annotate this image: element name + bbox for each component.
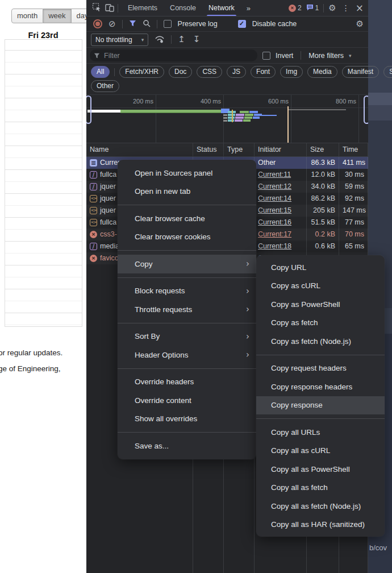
menu-separator — [118, 277, 256, 278]
request-time: 77 ms — [339, 217, 368, 229]
submenu-item-copy-as-curl[interactable]: Copy as cURL — [256, 277, 385, 296]
settings-gear-icon[interactable]: ⚙ — [328, 4, 336, 13]
menu-item-clear-browser-cookies[interactable]: Clear browser cookies — [118, 228, 256, 247]
calendar-view-month-button[interactable]: month — [11, 9, 43, 23]
menu-item-throttle-requests[interactable]: Throttle requests› — [118, 300, 256, 319]
submenu-item-copy-request-headers[interactable]: Copy request headers — [256, 359, 385, 378]
menu-item-header-options[interactable]: Header Options› — [118, 346, 256, 364]
overview-left-handle[interactable] — [86, 96, 91, 124]
network-conditions-row: No throttling ▾ ↥ ↧ — [86, 32, 368, 48]
more-tabs-icon[interactable]: » — [244, 4, 253, 13]
menu-item-block-requests[interactable]: Block requests› — [118, 282, 256, 301]
menu-item-label: Copy response — [271, 401, 323, 409]
submenu-item-copy-all-urls[interactable]: Copy all URLs — [256, 423, 385, 442]
request-size: 51.5 kB — [307, 217, 339, 229]
type-filter-css[interactable]: CSS — [197, 66, 222, 78]
device-toolbar-icon[interactable] — [105, 3, 114, 13]
menu-item-sort-by[interactable]: Sort By› — [118, 327, 256, 346]
request-size: 0.2 kB — [307, 229, 339, 240]
record-network-log-icon[interactable] — [93, 19, 102, 28]
disable-cache-checkbox[interactable] — [238, 20, 246, 28]
filter-input[interactable]: Filter — [90, 49, 257, 61]
menu-item-open-in-new-tab[interactable]: Open in new tab — [118, 182, 256, 201]
more-filters-button[interactable]: More filters — [308, 52, 344, 60]
column-header-name[interactable]: Name — [86, 143, 193, 156]
submenu-item-copy-all-as-powershell[interactable]: Copy all as PowerShell — [256, 460, 385, 479]
calendar-grid[interactable] — [5, 39, 82, 327]
disable-cache-label[interactable]: Disable cache — [252, 20, 297, 28]
column-header-size[interactable]: Size — [307, 143, 339, 156]
type-filter-socket[interactable]: Socket — [383, 66, 392, 78]
type-filter-font[interactable]: Font — [251, 66, 276, 78]
menu-item-label: Show all overrides — [135, 414, 197, 423]
submenu-item-copy-all-as-fetch-node-js[interactable]: Copy all as fetch (Node.js) — [256, 497, 385, 516]
tab-elements[interactable]: Elements — [122, 0, 164, 16]
menu-item-label: Copy all as fetch (Node.js) — [271, 502, 361, 510]
close-devtools-icon[interactable]: × — [356, 3, 364, 13]
column-header-initiator[interactable]: Initiator — [255, 143, 307, 156]
submenu-item-copy-url[interactable]: Copy URL — [256, 258, 385, 277]
calendar-page: monthweekday Fri 23rd or regular updates… — [0, 0, 86, 573]
issues-icon[interactable] — [306, 4, 314, 12]
submenu-item-copy-all-as-har-sanitized[interactable]: Copy all as HAR (sanitized) — [256, 516, 385, 534]
submenu-item-copy-as-fetch-node-js[interactable]: Copy as fetch (Node.js) — [256, 332, 385, 351]
inspect-element-icon[interactable] — [92, 3, 102, 13]
network-overview-timeline[interactable]: 200 ms400 ms600 ms800 ms — [86, 95, 368, 143]
search-icon[interactable] — [143, 19, 151, 28]
menu-item-override-content[interactable]: Override content — [118, 391, 256, 410]
error-badge-icon[interactable]: × — [289, 5, 296, 12]
submenu-item-copy-as-fetch[interactable]: Copy as fetch — [256, 314, 385, 333]
type-filter-fetch-xhr[interactable]: Fetch/XHR — [119, 66, 164, 78]
waterfall-bar — [240, 111, 249, 113]
overview-right-handle[interactable] — [364, 96, 368, 124]
type-filter-js[interactable]: JS — [227, 66, 246, 78]
preserve-log-label[interactable]: Preserve log — [178, 20, 218, 28]
request-initiator[interactable]: Current:16 — [258, 218, 291, 226]
type-filter-all[interactable]: All — [91, 66, 110, 78]
calendar-view-week-button[interactable]: week — [43, 9, 71, 23]
request-initiator[interactable]: Current:15 — [258, 206, 291, 214]
network-toolbar: ⊘ Preserve log Disable cache ⚙ — [86, 16, 368, 32]
kebab-menu-icon[interactable]: ⋮ — [338, 4, 354, 12]
network-settings-gear-icon[interactable]: ⚙ — [356, 20, 364, 28]
waterfall-bar — [289, 109, 346, 110]
waterfall-bar — [287, 106, 289, 143]
invert-label[interactable]: Invert — [276, 52, 293, 60]
calendar-day-header: Fri 23rd — [5, 31, 82, 40]
submenu-item-copy-as-powershell[interactable]: Copy as PowerShell — [256, 295, 385, 314]
request-initiator[interactable]: Current:18 — [258, 242, 291, 250]
request-initiator[interactable]: Current:12 — [258, 182, 291, 190]
menu-item-label: Override content — [135, 396, 191, 405]
type-filter-manifest[interactable]: Manifest — [342, 66, 379, 78]
export-har-icon[interactable]: ↧ — [193, 35, 201, 44]
type-filter-doc[interactable]: Doc — [169, 66, 192, 78]
invert-checkbox[interactable] — [262, 52, 270, 60]
clear-network-log-icon[interactable]: ⊘ — [109, 20, 116, 28]
submenu-item-copy-all-as-curl[interactable]: Copy all as cURL — [256, 442, 385, 460]
filter-funnel-icon[interactable] — [129, 20, 136, 28]
type-filter-other[interactable]: Other — [91, 80, 119, 92]
column-header-time[interactable]: Time — [339, 143, 368, 156]
menu-item-show-all-overrides[interactable]: Show all overrides — [118, 410, 256, 429]
type-filter-media[interactable]: Media — [307, 66, 337, 78]
preserve-log-checkbox[interactable] — [164, 20, 172, 28]
network-conditions-icon[interactable] — [155, 35, 165, 44]
tab-network[interactable]: Network — [202, 0, 241, 16]
column-header-type[interactable]: Type — [224, 143, 255, 156]
tab-console[interactable]: Console — [164, 0, 202, 16]
submenu-item-copy-response[interactable]: Copy response — [256, 396, 385, 415]
request-initiator[interactable]: Current:14 — [258, 194, 291, 202]
throttling-select[interactable]: No throttling ▾ — [91, 34, 148, 46]
menu-item-override-headers[interactable]: Override headers — [118, 373, 256, 392]
submenu-item-copy-response-headers[interactable]: Copy response headers — [256, 377, 385, 396]
menu-item-open-in-sources-panel[interactable]: Open in Sources panel — [118, 164, 256, 182]
submenu-item-copy-all-as-fetch[interactable]: Copy all as fetch — [256, 479, 385, 497]
column-header-status[interactable]: Status — [193, 143, 224, 156]
import-har-icon[interactable]: ↥ — [178, 35, 185, 44]
request-initiator[interactable]: Current:11 — [258, 171, 291, 178]
menu-item-clear-browser-cache[interactable]: Clear browser cache — [118, 209, 256, 228]
menu-item-copy[interactable]: Copy› — [118, 255, 256, 273]
request-initiator[interactable]: Current:17 — [258, 230, 291, 238]
type-filter-img[interactable]: Img — [280, 66, 303, 78]
menu-item-save-as[interactable]: Save as... — [118, 437, 256, 455]
